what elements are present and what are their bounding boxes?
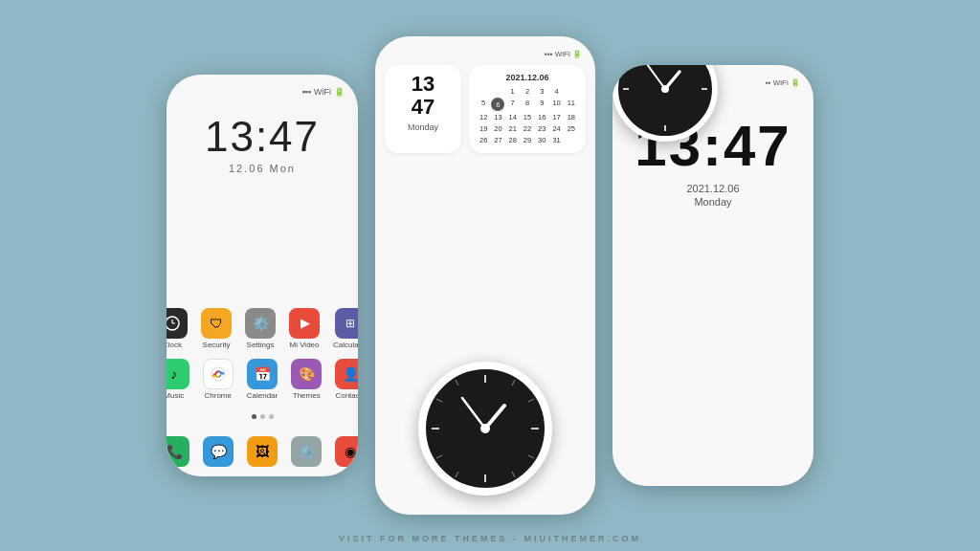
cal-d7: 7 xyxy=(506,98,520,111)
status-bar-2: ▪▪▪ WiFi 🔋 xyxy=(375,44,595,63)
music-icon: ♪ xyxy=(167,359,189,389)
app-themes[interactable]: 🎨 Themes xyxy=(291,359,322,400)
cal-hd-mon xyxy=(491,86,504,97)
cal-hd-1: 1 xyxy=(506,86,520,97)
analog-clock-svg-2 xyxy=(426,369,545,488)
svg-line-5 xyxy=(218,371,224,374)
dock-settings[interactable]: ⚙️ xyxy=(291,436,322,467)
widget-row-top: 13 47 Monday 2021.12.06 1 2 3 4 xyxy=(385,65,586,153)
security-icon: 🛡 xyxy=(201,308,232,339)
cal-d9: 9 xyxy=(535,98,548,111)
cal-d12: 12 xyxy=(477,112,490,122)
app-contacts[interactable]: 👤 Contacts xyxy=(335,359,358,400)
phone-3: ▪▪ WiFi 🔋 13:47 2021.12.06 Monday xyxy=(612,65,813,486)
analog-clock-3 xyxy=(612,65,813,457)
cal-hd-blank xyxy=(565,86,578,97)
cal-d16: 16 xyxy=(535,112,548,122)
cal-d31: 31 xyxy=(549,135,563,145)
cal-d6-today: 6 xyxy=(491,98,504,111)
cal-d19: 19 xyxy=(477,123,490,134)
calendar-icon: 📅 xyxy=(247,359,278,389)
cal-d5: 5 xyxy=(477,98,490,111)
app-calendar-label: Calendar xyxy=(247,391,278,400)
cal-hd-3: 3 xyxy=(535,86,548,97)
time-display-1: 13:47 12.06 Mon xyxy=(167,113,358,174)
app-row-2: ♪ Music Chrome 📅 Calendar 🎨 Themes xyxy=(167,359,358,400)
store-icon: ◉ xyxy=(335,436,358,467)
cal-d23: 23 xyxy=(535,123,548,134)
bottom-dock: 📞 💬 🖼 ⚙️ ◉ xyxy=(167,436,358,467)
status-bar-1: ▪▪▪ WiFi 🔋 xyxy=(167,82,358,101)
app-chrome[interactable]: Chrome xyxy=(203,359,234,400)
cal-grid: 1 2 3 4 5 6 7 8 9 10 11 12 13 1 xyxy=(477,86,578,145)
dock-gallery[interactable]: 🖼 xyxy=(247,436,278,467)
cal-d21: 21 xyxy=(506,123,520,134)
dock-phone[interactable]: 📞 xyxy=(167,436,189,467)
cal-d22: 22 xyxy=(521,123,534,134)
analog-clock-face-2 xyxy=(418,362,552,496)
app-music[interactable]: ♪ Music xyxy=(167,359,189,400)
cal-d20: 20 xyxy=(491,123,504,134)
widget-area: 13 47 Monday 2021.12.06 1 2 3 4 xyxy=(385,65,586,161)
wifi-icon: WiFi xyxy=(314,87,331,97)
cal-d15: 15 xyxy=(521,112,534,122)
signal-icon: ▪▪▪ xyxy=(301,87,311,97)
cal-d28: 28 xyxy=(506,135,520,145)
app-calc[interactable]: ⊞ Calculator xyxy=(333,308,358,349)
app-clock[interactable]: Clock xyxy=(167,308,188,349)
signal-icon-2: ▪▪▪ WiFi 🔋 xyxy=(545,50,582,58)
widget-hour: 13 xyxy=(412,73,434,96)
app-themes-label: Themes xyxy=(293,391,321,400)
app-grid-1: Clock 🛡 Security ⚙️ Settings ▶ Mi Video … xyxy=(167,308,358,400)
dock-store[interactable]: ◉ xyxy=(335,436,358,467)
app-contacts-label: Contacts xyxy=(335,391,358,400)
themes-icon: 🎨 xyxy=(291,359,322,389)
cal-d10: 10 xyxy=(549,98,563,111)
app-chrome-label: Chrome xyxy=(205,391,232,400)
watermark: VISIT FOR MORE THEMES - MIUITHEMER.COM xyxy=(0,534,980,543)
video-icon: ▶ xyxy=(289,308,320,339)
status-bar-3: ▪▪ WiFi 🔋 xyxy=(612,73,813,92)
app-settings-label: Settings xyxy=(247,341,275,349)
msg-icon: 💬 xyxy=(203,436,234,467)
status-icons-3: ▪▪ WiFi 🔋 xyxy=(766,78,800,87)
clock-widget[interactable]: 13 47 Monday xyxy=(385,65,461,153)
dot-1 xyxy=(252,414,256,419)
status-icons-2: ▪▪▪ WiFi 🔋 xyxy=(545,50,582,58)
dock-msg[interactable]: 💬 xyxy=(203,436,234,467)
date-sub-1: 12.06 Mon xyxy=(167,163,358,174)
phone-1: ▪▪▪ WiFi 🔋 13:47 12.06 Mon Clock 🛡 Secur… xyxy=(167,75,358,476)
cal-d29: 29 xyxy=(521,135,534,145)
app-calendar[interactable]: 📅 Calendar xyxy=(247,359,278,400)
app-settings[interactable]: ⚙️ Settings xyxy=(245,308,276,349)
svg-line-7 xyxy=(212,376,218,377)
cal-d17: 17 xyxy=(549,112,563,122)
app-row-1: Clock 🛡 Security ⚙️ Settings ▶ Mi Video … xyxy=(167,308,358,349)
cal-d18: 18 xyxy=(565,112,578,122)
app-security[interactable]: 🛡 Security xyxy=(201,308,232,349)
cal-d11: 11 xyxy=(565,98,578,111)
calendar-widget[interactable]: 2021.12.06 1 2 3 4 5 6 7 8 9 xyxy=(469,65,586,153)
dot-3 xyxy=(269,414,274,419)
app-video-label: Mi Video xyxy=(290,341,320,349)
phone-icon: 📞 xyxy=(167,436,189,467)
cal-hd-4: 4 xyxy=(549,86,563,97)
widget-day: Monday xyxy=(408,122,438,132)
signal-icon-3: ▪▪ WiFi 🔋 xyxy=(766,78,800,87)
phone-2: ▪▪▪ WiFi 🔋 13 47 Monday 2021.12.06 xyxy=(375,36,595,515)
chrome-icon xyxy=(203,359,234,389)
app-security-label: Security xyxy=(203,341,231,349)
cal-title: 2021.12.06 xyxy=(477,73,578,82)
app-clock-label: Clock xyxy=(167,341,182,349)
app-video[interactable]: ▶ Mi Video xyxy=(289,308,320,349)
cal-d14: 14 xyxy=(506,112,520,122)
cal-d26: 26 xyxy=(477,135,490,145)
clock-time-1: 13:47 xyxy=(167,113,358,161)
settings-icon: ⚙️ xyxy=(245,308,276,339)
page-dots xyxy=(167,414,358,419)
gallery-icon: 🖼 xyxy=(247,436,278,467)
contacts-icon: 👤 xyxy=(335,359,358,389)
cal-hd-sun xyxy=(477,86,490,97)
cal-d25: 25 xyxy=(565,123,578,134)
app-music-label: Music xyxy=(167,391,184,400)
